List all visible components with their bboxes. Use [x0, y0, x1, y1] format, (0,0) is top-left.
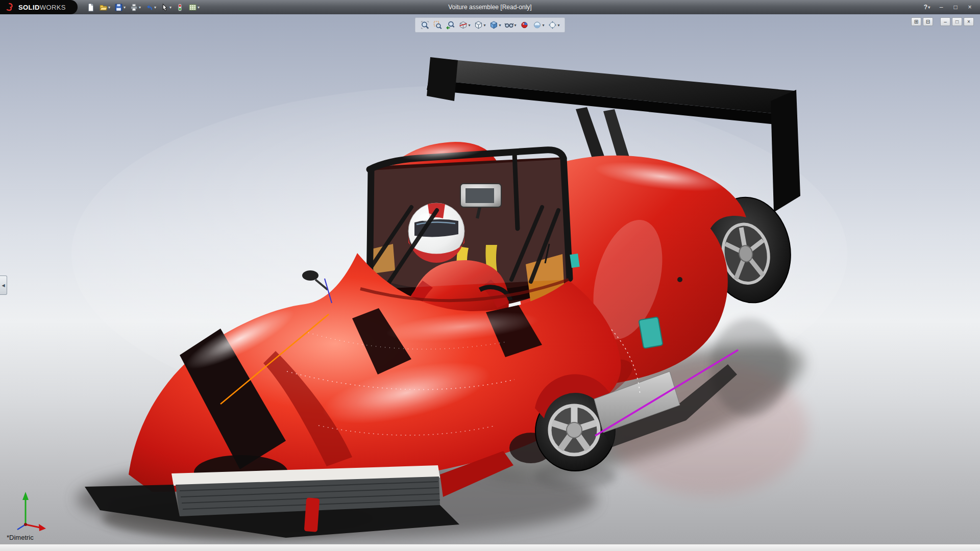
apply-scene-button[interactable]: ▾ [532, 19, 546, 31]
zoom-to-area-button[interactable] [432, 19, 443, 31]
solidworks-logo: SOLIDWORKS [0, 0, 78, 14]
new-document-button[interactable] [85, 1, 96, 13]
display-style-icon [489, 20, 498, 30]
select-icon [160, 3, 169, 12]
zoom-to-fit-icon [420, 20, 429, 30]
brand-light: WORKS [40, 4, 66, 11]
apply-scene-dropdown-arrow[interactable]: ▾ [543, 23, 545, 28]
apply-scene-icon [533, 20, 542, 30]
save-button[interactable]: ▾ [113, 1, 127, 13]
previous-view-button[interactable] [445, 19, 456, 31]
hide-show-items-icon [505, 20, 514, 30]
help-button[interactable]: ?▾ [921, 2, 933, 12]
view-orientation-button[interactable]: ▾ [473, 19, 486, 31]
status-bar [0, 544, 980, 551]
hide-show-items-dropdown-arrow[interactable]: ▾ [514, 23, 517, 28]
titlebar-toolbar: ▾ ▾ ▾ [85, 1, 201, 13]
open-dropdown-arrow[interactable]: ▾ [108, 5, 110, 10]
options-dropdown-arrow[interactable]: ▾ [198, 5, 200, 10]
assembly-3d-view[interactable] [0, 14, 980, 544]
panel-toggle-a-button[interactable]: ⊞ [911, 17, 921, 26]
section-view-dropdown-arrow[interactable]: ▾ [468, 23, 470, 28]
help-dropdown-arrow[interactable]: ▾ [928, 5, 930, 10]
new-document-icon [86, 3, 95, 12]
dassault-systemes-icon [5, 2, 15, 12]
restore-button[interactable]: □ [949, 2, 962, 12]
solidworks-window: SOLIDWORKS ▾ [0, 0, 980, 551]
document-window-controls: ⊞ ⊟ – □ × [911, 17, 974, 26]
heads-up-view-toolbar: ▾ ▾ ▾ [414, 17, 565, 33]
undo-dropdown-arrow[interactable]: ▾ [154, 5, 156, 10]
print-button[interactable]: ▾ [128, 1, 142, 13]
panel-toggle-b-button[interactable]: ⊟ [923, 17, 933, 26]
open-icon [99, 3, 108, 12]
minimize-button[interactable]: – [935, 2, 947, 12]
edit-appearance-icon [520, 20, 529, 30]
select-button[interactable]: ▾ [159, 1, 173, 13]
section-view-button[interactable]: ▾ [457, 19, 471, 31]
titlebar-right-controls: ?▾ – □ × [921, 2, 980, 12]
hide-show-items-button[interactable]: ▾ [504, 19, 518, 31]
zoom-to-fit-button[interactable] [419, 19, 430, 31]
orientation-triad [7, 489, 50, 533]
brand-bold: SOLID [18, 4, 40, 11]
select-dropdown-arrow[interactable]: ▾ [169, 5, 172, 10]
brand-text: SOLIDWORKS [18, 3, 66, 12]
display-style-button[interactable]: ▾ [488, 19, 502, 31]
view-settings-button[interactable]: ▾ [547, 19, 561, 31]
collapse-arrow-icon: ◀ [2, 283, 5, 288]
feature-manager-collapse-tab[interactable]: ◀ [0, 276, 7, 295]
save-icon [114, 3, 123, 12]
view-orientation-dropdown-arrow[interactable]: ▾ [483, 23, 485, 28]
graphics-viewport[interactable]: ▾ ▾ ▾ [0, 14, 980, 544]
undo-icon [145, 3, 154, 12]
doc-restore-button[interactable]: □ [952, 17, 962, 26]
previous-view-icon [446, 20, 455, 30]
view-orientation-icon [474, 20, 483, 30]
view-settings-dropdown-arrow[interactable]: ▾ [558, 23, 560, 28]
zoom-to-area-icon [433, 20, 442, 30]
doc-close-button[interactable]: × [964, 17, 974, 26]
options-icon [188, 3, 197, 12]
print-icon [130, 3, 138, 12]
titlebar: SOLIDWORKS ▾ [0, 0, 980, 14]
doc-minimize-button[interactable]: – [940, 17, 950, 26]
undo-button[interactable]: ▾ [143, 1, 158, 13]
options-button[interactable]: ▾ [187, 1, 201, 13]
display-style-dropdown-arrow[interactable]: ▾ [499, 23, 501, 28]
open-button[interactable]: ▾ [97, 1, 112, 13]
view-settings-icon [548, 20, 557, 30]
rebuild-button[interactable] [174, 1, 186, 13]
section-view-icon [458, 20, 468, 30]
save-dropdown-arrow[interactable]: ▾ [124, 5, 126, 10]
view-orientation-label: *Dimetric [7, 534, 34, 541]
rebuild-icon [176, 3, 184, 12]
edit-appearance-button[interactable] [519, 19, 530, 31]
print-dropdown-arrow[interactable]: ▾ [139, 5, 141, 10]
close-button[interactable]: × [964, 2, 976, 12]
tow-post [304, 497, 320, 532]
